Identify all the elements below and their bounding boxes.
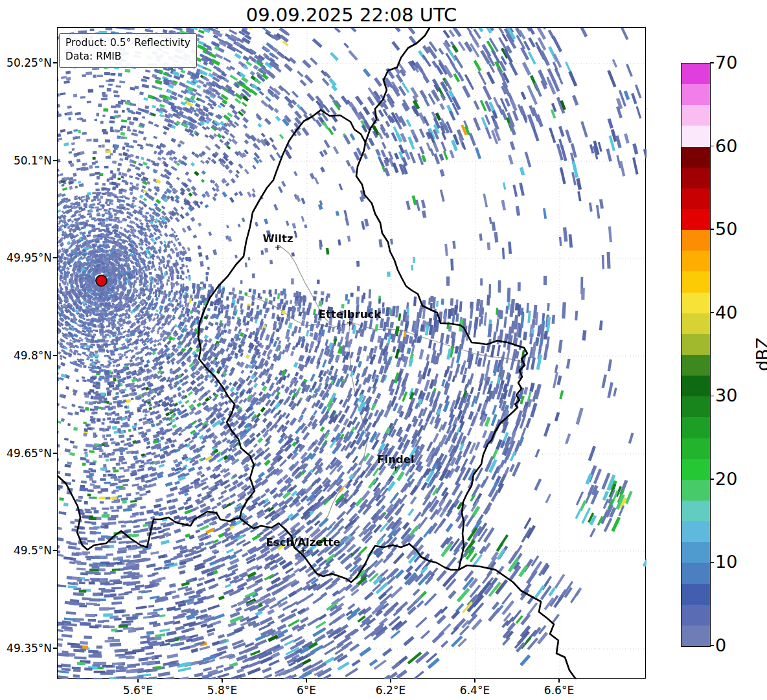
colorbar-band-65-67.5dbz: [681, 84, 710, 106]
colorbar-band-35-37.5dbz: [681, 333, 710, 355]
colorbar-tick-label: 20: [715, 469, 737, 489]
colorbar-band-47.5-50dbz: [681, 230, 710, 251]
colorbar-band-50-52.5dbz: [681, 209, 710, 231]
colorbar-band-20-22.5dbz: [681, 458, 710, 480]
colorbar-band-30-32.5dbz: [681, 376, 710, 397]
colorbar-band-0-2.5dbz: [681, 625, 710, 646]
y-tick-label: 49.8°N: [0, 348, 52, 363]
product-line: Product: 0.5° Reflectivity: [65, 36, 190, 50]
colorbar-band-15-17.5dbz: [681, 501, 710, 522]
colorbar-band-62.5-65dbz: [681, 105, 710, 126]
product-annotation-box: Product: 0.5° Reflectivity Data: RMIB: [59, 33, 197, 68]
colorbar-band-42.5-45dbz: [681, 271, 710, 293]
colorbar-tick-label: 50: [715, 220, 737, 239]
colorbar-band-52.5-55dbz: [681, 188, 710, 209]
colorbar-tick-label: 10: [715, 552, 737, 572]
colorbar-band-32.5-35dbz: [681, 355, 710, 376]
x-tick-label: 5.8°E: [193, 683, 251, 697]
colorbar-band-5-7.5dbz: [681, 583, 710, 605]
city-label-ettelbruck: Ettelbruck+: [319, 308, 381, 325]
y-tick-label: 49.5°N: [0, 543, 52, 558]
city-marker-icon: +: [377, 466, 414, 470]
map-area: Wiltz+Ettelbruck+Findel+Esch/Alzette+: [58, 28, 647, 679]
city-marker-icon: +: [266, 549, 341, 553]
colorbar-tick-label: 0: [715, 636, 726, 655]
city-label-findel: Findel+: [377, 453, 414, 470]
y-tick-label: 49.35°N: [0, 641, 52, 655]
radar-figure: 09.09.2025 22:08 UTC 50.25°N50.1°N49.95°…: [0, 0, 767, 700]
city-marker-icon: +: [262, 245, 293, 249]
radar-site-marker: [95, 275, 108, 287]
colorbar-band-37.5-40dbz: [681, 313, 710, 334]
border-line: [459, 565, 576, 679]
colorbar-band-22.5-25dbz: [681, 438, 710, 459]
map-frame: Wiltz+Ettelbruck+Findel+Esch/Alzette+: [57, 27, 646, 679]
colorbar-band-60-62.5dbz: [681, 126, 710, 147]
x-tick-label: 6°E: [277, 683, 336, 697]
colorbar-band-25-27.5dbz: [681, 417, 710, 438]
colorbar-band-7.5-10dbz: [681, 563, 710, 584]
colorbar-band-2.5-5dbz: [681, 604, 710, 626]
colorbar-tick-label: 40: [715, 303, 737, 322]
x-tick-label: 5.6°E: [109, 683, 167, 697]
colorbar-band-27.5-30dbz: [681, 396, 710, 418]
colorbar-band-45-47.5dbz: [681, 251, 710, 272]
y-tick-label: 50.25°N: [0, 56, 52, 70]
colorbar-tick-mark: [710, 312, 714, 313]
x-tick-label: 6.4°E: [446, 683, 504, 697]
colorbar-tick-mark: [710, 229, 714, 229]
page-title: 09.09.2025 22:08 UTC: [57, 4, 646, 26]
colorbar-tick-mark: [710, 396, 714, 396]
colorbar-tick-label: 60: [715, 137, 737, 156]
colorbar-band-67.5-70dbz: [681, 63, 710, 85]
colorbar-band-55-57.5dbz: [681, 167, 710, 188]
y-tick-label: 50.1°N: [0, 153, 52, 168]
colorbar-tick-mark: [710, 146, 714, 146]
colorbar-tick-mark: [710, 62, 714, 63]
border-line: [321, 110, 365, 142]
y-tick-label: 49.95°N: [0, 251, 52, 265]
x-tick-label: 6.6°E: [530, 683, 588, 697]
colorbar-band-17.5-20dbz: [681, 479, 710, 501]
x-tick-label: 6.2°E: [361, 683, 420, 697]
country-borders: [58, 28, 647, 679]
city-marker-icon: +: [319, 321, 381, 325]
data-source-line: Data: RMIB: [65, 50, 190, 63]
colorbar-tick-label: 30: [715, 386, 737, 405]
colorbar-tick-mark: [710, 645, 714, 646]
city-label-esch-alzette: Esch/Alzette+: [266, 536, 341, 553]
border-line: [198, 110, 321, 518]
border-line: [365, 28, 429, 142]
colorbar-band-40-42.5dbz: [681, 292, 710, 313]
colorbar-unit-label: dBZ: [731, 322, 767, 387]
colorbar: [681, 63, 711, 647]
border-line: [356, 142, 527, 570]
colorbar-band-57.5-60dbz: [681, 146, 710, 168]
colorbar-tick-mark: [710, 562, 714, 563]
colorbar-tick-label: 70: [715, 53, 737, 73]
colorbar-band-12.5-15dbz: [681, 521, 710, 543]
y-tick-label: 49.65°N: [0, 446, 52, 460]
border-line: [58, 476, 240, 550]
city-label-wiltz: Wiltz+: [262, 232, 293, 249]
colorbar-tick-mark: [710, 479, 714, 479]
colorbar-band-10-12.5dbz: [681, 542, 710, 563]
